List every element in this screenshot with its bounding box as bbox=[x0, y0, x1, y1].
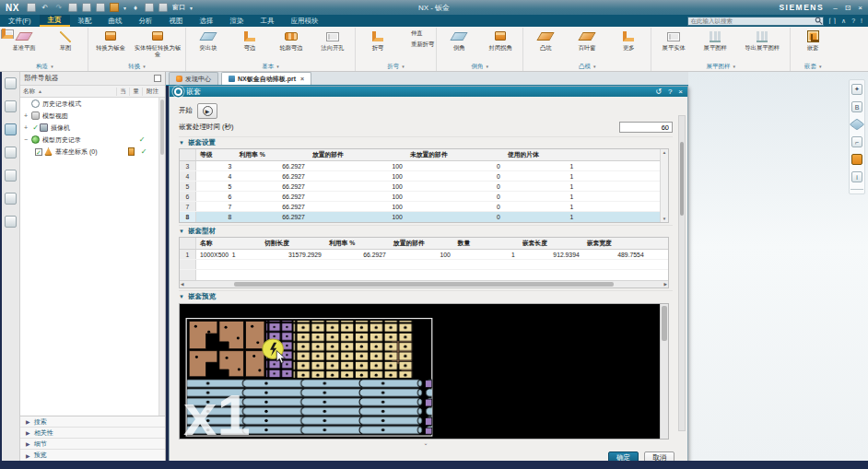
menu-tab-view[interactable]: 视图 bbox=[161, 15, 192, 27]
profiles-hscrollbar[interactable]: ◀▶ bbox=[180, 280, 668, 287]
group-label-construction[interactable]: 构造▾ bbox=[4, 62, 86, 71]
profiles-row[interactable]: 1 1000X500_1 31579.2929 66.2927 100 1 91… bbox=[180, 250, 668, 260]
sheet-icon[interactable] bbox=[850, 119, 865, 131]
col-nest-width[interactable]: 嵌套宽度 bbox=[583, 239, 648, 248]
dialog-scrollbar[interactable] bbox=[678, 115, 686, 431]
dialog-close-icon[interactable]: × bbox=[678, 88, 683, 96]
restore-button[interactable]: ⊡ bbox=[845, 4, 851, 12]
col-nest-length[interactable]: 嵌套长度 bbox=[519, 239, 583, 248]
menu-tab-render[interactable]: 渲染 bbox=[222, 15, 252, 27]
menu-tab-assembly[interactable]: 装配 bbox=[70, 15, 100, 27]
more-button[interactable]: 更多 bbox=[608, 29, 649, 51]
group-label-convert[interactable]: 转换▾ bbox=[90, 62, 183, 71]
expand-icon[interactable]: + bbox=[24, 112, 31, 119]
part-navigator-icon[interactable] bbox=[5, 123, 17, 135]
dropdown-caret-icon[interactable]: ▾ bbox=[123, 5, 126, 11]
closed-corner-button[interactable]: 封闭拐角 bbox=[480, 29, 521, 51]
menu-tab-file[interactable]: 文件(F) bbox=[0, 15, 40, 27]
menu-tab-analysis[interactable]: 分析 bbox=[131, 15, 161, 27]
close-button[interactable]: × bbox=[858, 4, 862, 12]
touch-mode-icon[interactable] bbox=[145, 3, 154, 12]
dialog-help-icon[interactable]: ? bbox=[668, 88, 672, 96]
save-icon[interactable] bbox=[27, 3, 36, 12]
graphics-window[interactable]: ✦ B ⌐ i bbox=[688, 72, 868, 461]
results-scrollbar[interactable]: ▲▼ bbox=[660, 149, 668, 222]
col-placed[interactable]: 放置的部件 bbox=[390, 239, 454, 248]
info-icon[interactable]: i bbox=[851, 171, 862, 182]
rebend-button[interactable]: 重新折弯 bbox=[399, 40, 434, 50]
results-row-selected[interactable]: 8 8 66.2927 100 0 1 bbox=[180, 212, 668, 222]
nesting-tool-icon[interactable] bbox=[851, 154, 862, 165]
preview-scrollbar[interactable] bbox=[660, 304, 668, 439]
group-label-punch[interactable]: 凸模▾ bbox=[525, 62, 649, 71]
col-placed[interactable]: 放置的部件 bbox=[309, 150, 406, 159]
paste-icon[interactable] bbox=[96, 3, 105, 12]
col-comment[interactable]: 附注 bbox=[142, 88, 162, 96]
section-preview[interactable]: ▶预览 bbox=[20, 450, 165, 461]
window-menu-label[interactable]: 窗口 bbox=[172, 3, 185, 12]
copy-icon[interactable] bbox=[82, 3, 91, 12]
menu-tab-tools[interactable]: 工具 bbox=[252, 15, 283, 27]
col-utilization[interactable]: 利用率 % bbox=[325, 239, 390, 248]
tab-active-part[interactable]: NX钣金自动排板.prt × bbox=[221, 72, 311, 85]
menu-tab-curve[interactable]: 曲线 bbox=[100, 15, 131, 27]
flat-pattern-button[interactable]: 展平图样 bbox=[695, 29, 735, 51]
checkbox-icon[interactable]: ✓ bbox=[35, 148, 42, 156]
section-details[interactable]: ▶细节 bbox=[20, 439, 165, 450]
section-nesting-preview[interactable]: ▼嵌套预览 bbox=[179, 290, 673, 302]
group-label-bend[interactable]: 折弯▾ bbox=[358, 62, 434, 71]
expand-icon[interactable]: + bbox=[24, 124, 31, 131]
processing-time-input[interactable] bbox=[619, 122, 673, 133]
convert-to-sheetmetal-button[interactable]: 转换为钣金 bbox=[90, 29, 131, 51]
help-icon[interactable]: ? bbox=[851, 18, 855, 24]
collapse-icon[interactable]: − bbox=[24, 136, 31, 143]
nesting-button[interactable]: 嵌套 bbox=[792, 29, 833, 51]
history-palette-icon[interactable] bbox=[5, 193, 17, 205]
contour-flange-button[interactable]: 轮廓弯边 bbox=[271, 29, 311, 51]
minimize-ribbon-icon[interactable]: ∧ bbox=[841, 18, 846, 25]
group-label-corner[interactable]: 倒角▾ bbox=[439, 62, 521, 71]
louver-button[interactable]: 百叶窗 bbox=[567, 29, 607, 51]
fullscreen-icon[interactable]: ⌈ ⌉ bbox=[829, 18, 836, 25]
dimple-button[interactable]: 凸坑 bbox=[525, 29, 566, 51]
sort-ascending-icon[interactable]: ▲ bbox=[38, 88, 42, 94]
menu-tab-selection[interactable]: 选择 bbox=[192, 15, 222, 27]
minimize-button[interactable]: – bbox=[833, 4, 837, 12]
alert-icon[interactable]: ! bbox=[861, 18, 862, 24]
tab-discovery-center[interactable]: 发现中心 bbox=[169, 72, 218, 85]
col-utilization[interactable]: 利用率 % bbox=[235, 150, 309, 159]
report-icon[interactable]: B bbox=[851, 101, 862, 112]
unbend-button[interactable]: 伸直 bbox=[399, 29, 434, 39]
section-nesting-results[interactable]: ▼嵌套设置 bbox=[179, 136, 673, 148]
tree-row-history-mode[interactable]: 历史记录模式 bbox=[20, 98, 165, 110]
flat-solid-button[interactable]: 展平实体 bbox=[653, 29, 694, 51]
section-search[interactable]: ▶搜索 bbox=[20, 416, 165, 428]
results-row[interactable]: 7 7 66.2927 100 0 1 bbox=[180, 202, 668, 212]
col-level[interactable]: 等级 bbox=[196, 150, 235, 159]
chart-icon[interactable]: ⌐ bbox=[851, 136, 862, 147]
col-quantity[interactable]: 量 bbox=[129, 88, 142, 96]
cut-icon[interactable] bbox=[68, 3, 77, 12]
tab-button[interactable]: 突出块 bbox=[188, 29, 229, 51]
search-icon[interactable] bbox=[815, 17, 823, 25]
results-row[interactable]: 3 3 66.2927 100 0 1 bbox=[180, 161, 668, 171]
microphone-icon[interactable]: ♦ bbox=[131, 3, 140, 12]
assembly-navigator-icon[interactable] bbox=[5, 77, 17, 89]
roles-icon[interactable] bbox=[5, 216, 17, 228]
results-row[interactable]: 6 6 66.2927 100 0 1 bbox=[180, 192, 668, 202]
col-name[interactable]: 名称 bbox=[196, 239, 261, 248]
col-current[interactable]: 当 bbox=[116, 88, 129, 96]
group-label-nesting[interactable]: 嵌套▾ bbox=[792, 62, 833, 71]
constraint-navigator-icon[interactable] bbox=[5, 100, 17, 112]
menu-tab-application[interactable]: 应用模块 bbox=[283, 15, 327, 27]
window-switch-icon[interactable] bbox=[158, 3, 168, 12]
web-browser-icon[interactable] bbox=[5, 170, 17, 182]
col-unplaced[interactable]: 未放置的部件 bbox=[406, 150, 504, 159]
command-finder-icon[interactable] bbox=[110, 3, 119, 12]
start-nesting-button[interactable]: ▶ bbox=[197, 103, 217, 119]
tree-row-model-history[interactable]: − 模型历史记录 ✓ bbox=[20, 134, 165, 146]
group-label-flat-pattern[interactable]: 展平图样▾ bbox=[653, 62, 788, 71]
undo-icon[interactable]: ↶ bbox=[41, 3, 50, 12]
results-row[interactable]: 5 5 66.2927 100 0 1 bbox=[180, 182, 668, 192]
dialog-reset-icon[interactable]: ↺ bbox=[655, 88, 662, 96]
